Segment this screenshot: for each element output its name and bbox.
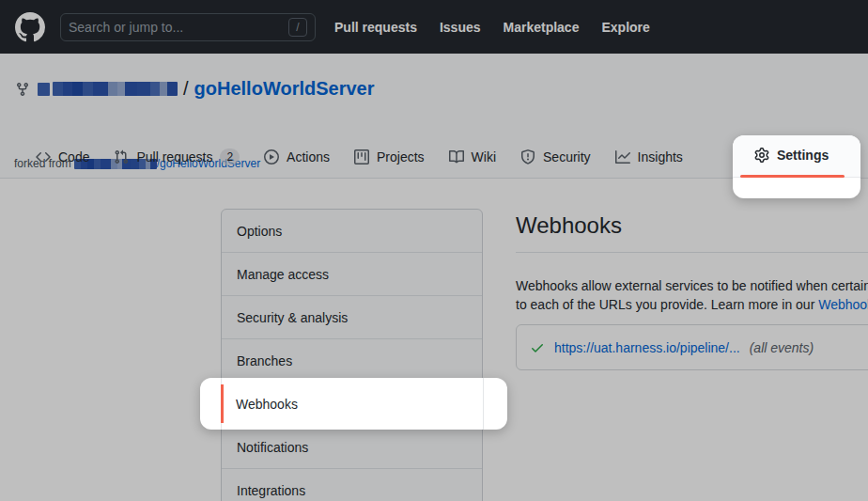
selected-item-indicator xyxy=(221,384,224,423)
tab-label: Settings xyxy=(777,148,829,163)
selected-tab-underline xyxy=(740,175,845,178)
tab-settings[interactable]: Settings xyxy=(754,148,829,163)
sidebar-right-border xyxy=(483,378,484,430)
settings-tab-spotlight: Settings xyxy=(733,135,860,198)
sidebar-item-webhooks-highlighted[interactable]: Webhooks xyxy=(236,378,298,430)
webhooks-item-spotlight: Webhooks xyxy=(200,378,507,430)
gear-icon xyxy=(754,148,769,163)
